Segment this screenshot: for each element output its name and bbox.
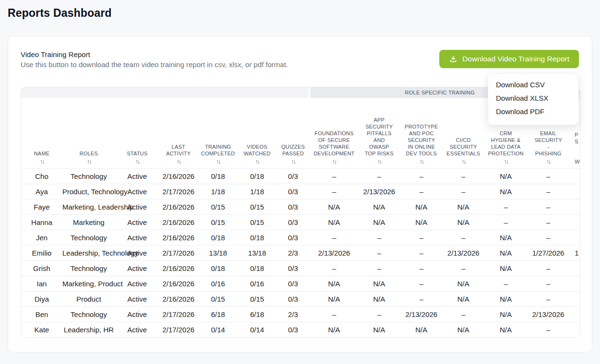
sort-icon[interactable]: ↑↓	[276, 158, 310, 165]
sort-icon[interactable]: ↑↓	[527, 158, 569, 165]
table-row: ChoTechnologyActive2/16/20260/180/180/3–…	[21, 168, 580, 184]
cell-status: Active	[115, 260, 159, 276]
cell-foundations-of-secure-software-development: –	[310, 230, 358, 245]
cell-prototype-and-poc-security-in-online-dev-tools: –	[400, 276, 442, 291]
cell-name: Diya	[21, 291, 62, 306]
cell-last-activity: 2/16/2026	[159, 260, 198, 276]
column-header-last-activity[interactable]: LAST ACTIVITY↑↓	[159, 98, 198, 168]
column-header-training-completed[interactable]: TRAINING COMPLETED↑↓	[198, 98, 238, 168]
cell-foundations-of-secure-software-development: 2/13/2026	[310, 245, 358, 260]
download-icon	[449, 55, 458, 63]
cell-prototype-and-poc-security-in-online-dev-tools: N/A	[400, 322, 442, 337]
column-header-name[interactable]: NAME↑↓	[21, 98, 62, 168]
cell-ci-cd-security-essentials: N/A	[442, 199, 484, 214]
table-row: BenTechnologyActive2/17/20266/186/182/3–…	[21, 306, 580, 322]
column-label: PROTOTYPE AND POC SECURITY IN ONLINE DEV…	[400, 123, 442, 157]
cell-app-security-pitfalls-and-owasp-top-risks: –	[358, 230, 400, 245]
panel-title: Video Training Report	[21, 50, 90, 59]
column-label: QUIZZES PASSED	[276, 143, 310, 157]
cell-ci-cd-security-essentials: N/A	[442, 322, 484, 337]
cell-ci-cd-security-essentials: –	[442, 230, 484, 245]
cell-training-completed: 0/15	[198, 291, 238, 306]
cell-last-activity: 2/16/2026	[159, 276, 198, 291]
cell-last-activity: 2/16/2026	[159, 291, 198, 306]
cell-prototype-and-poc-security-in-online-dev-tools: –	[400, 184, 442, 199]
cell-last-activity: 2/17/2026	[159, 245, 198, 260]
cell-ci-cd-security-essentials: –	[442, 260, 484, 276]
cell-foundations-of-secure-software-development: –	[310, 168, 358, 184]
cell-roles: Marketing, Product	[62, 276, 115, 291]
cell-last-activity: 2/16/2026	[159, 199, 198, 214]
cell-foundations-of-secure-software-development: N/A	[310, 322, 358, 337]
column-header-app-security-pitfalls-and-owasp-top-risks[interactable]: APP SECURITY PITFALLS AND OWASP TOP RISK…	[358, 98, 400, 168]
sort-icon[interactable]: ↑↓	[310, 158, 358, 165]
sort-icon[interactable]: ↑↓	[358, 158, 400, 165]
cell-videos-watched: 13/18	[238, 245, 276, 260]
cell-prototype-and-poc-security-in-online-dev-tools: –	[400, 230, 442, 245]
column-header-prototype-and-poc-security-in-online-dev-tools[interactable]: PROTOTYPE AND POC SECURITY IN ONLINE DEV…	[400, 98, 442, 168]
cell-name: Jen	[21, 230, 62, 245]
cell-name: Cho	[21, 168, 62, 184]
cell-email-security-phishing: –	[527, 184, 569, 199]
cell-videos-watched: 0/14	[238, 322, 276, 337]
table-row: JenTechnologyActive2/16/20260/180/180/3–…	[21, 230, 580, 245]
sort-icon[interactable]: ↑↓	[238, 158, 276, 165]
cell-roles: Marketing, Leadership	[62, 199, 115, 214]
sort-icon[interactable]: ↑↓	[442, 158, 484, 165]
column-header-quizzes-passed[interactable]: QUIZZES PASSED↑↓	[276, 98, 310, 168]
cell-quizzes-passed: 0/3	[276, 322, 310, 337]
cell-app-security-pitfalls-and-owasp-top-risks: –	[358, 168, 400, 184]
download-video-training-report-button[interactable]: Download Video Training Report	[439, 50, 579, 68]
column-header-foundations-of-secure-software-development[interactable]: FOUNDATIONS OF SECURE SOFTWARE DEVELOPME…	[310, 98, 358, 168]
sort-icon[interactable]: ↑↓	[159, 158, 198, 165]
cell-name: Ben	[21, 306, 62, 322]
cell-ci-cd-security-essentials: –	[442, 168, 484, 184]
cell-prototype-and-poc-security-in-online-dev-tools: N/A	[400, 214, 442, 230]
column-group-blank	[21, 87, 310, 98]
table-row: HannaMarketingActive2/16/20260/150/150/3…	[21, 214, 580, 230]
column-header-videos-watched[interactable]: VIDEOS WATCHED↑↓	[238, 98, 276, 168]
cell-truncated-column	[569, 291, 580, 306]
cell-roles: Product	[62, 291, 115, 306]
column-label: EMAIL SECURITY - PHISHING	[527, 130, 569, 157]
sort-icon[interactable]: ↑↓	[21, 158, 62, 165]
cell-truncated-column	[569, 199, 580, 214]
menu-item-download-csv[interactable]: Download CSV	[488, 78, 578, 92]
cell-training-completed: 0/15	[198, 199, 238, 214]
video-training-report-card: Video Training Report Use this button to…	[8, 36, 592, 352]
cell-videos-watched: 0/18	[238, 168, 276, 184]
sort-icon[interactable]: ↑↓	[400, 158, 442, 165]
cell-status: Active	[115, 322, 159, 337]
cell-roles: Technology	[62, 306, 115, 322]
cell-name: Kate	[21, 322, 62, 337]
cell-prototype-and-poc-security-in-online-dev-tools: –	[400, 245, 442, 260]
menu-item-download-xlsx[interactable]: Download XLSX	[488, 92, 578, 105]
sort-icon[interactable]: ↑↓	[62, 158, 115, 165]
cell-training-completed: 6/18	[198, 306, 238, 322]
menu-item-download-pdf[interactable]: Download PDF	[488, 105, 578, 118]
column-label: LAST ACTIVITY	[159, 143, 198, 157]
table-row: AyaProduct, TechnologyActive2/17/20261/1…	[21, 184, 580, 199]
column-header-status[interactable]: STATUS↑↓	[115, 98, 159, 168]
cell-training-completed: 0/16	[198, 276, 238, 291]
sort-icon[interactable]: ↑↓	[115, 158, 159, 165]
cell-videos-watched: 0/18	[238, 260, 276, 276]
cell-videos-watched: 0/15	[238, 214, 276, 230]
cell-email-security-phishing: –	[527, 230, 569, 245]
cell-name: Aya	[21, 184, 62, 199]
cell-crm-hygiene-lead-data-protection: N/A	[484, 168, 527, 184]
cell-status: Active	[115, 168, 159, 184]
cell-email-security-phishing: –	[527, 276, 569, 291]
cell-truncated-column	[569, 322, 580, 337]
column-header-ci-cd-security-essentials[interactable]: CI/CD SECURITY ESSENTIALS↑↓	[442, 98, 484, 168]
cell-crm-hygiene-lead-data-protection: N/A	[484, 322, 527, 337]
column-header-roles[interactable]: ROLES↑↓	[62, 98, 115, 168]
cell-foundations-of-secure-software-development: –	[310, 260, 358, 276]
sort-icon[interactable]: ↑↓	[484, 158, 527, 165]
cell-app-security-pitfalls-and-owasp-top-risks: –	[358, 306, 400, 322]
cell-prototype-and-poc-security-in-online-dev-tools: –	[400, 291, 442, 306]
sort-icon[interactable]: ↑↓	[198, 158, 238, 165]
cell-foundations-of-secure-software-development: –	[310, 184, 358, 199]
cell-videos-watched: 6/18	[238, 306, 276, 322]
cell-email-security-phishing: –	[527, 168, 569, 184]
